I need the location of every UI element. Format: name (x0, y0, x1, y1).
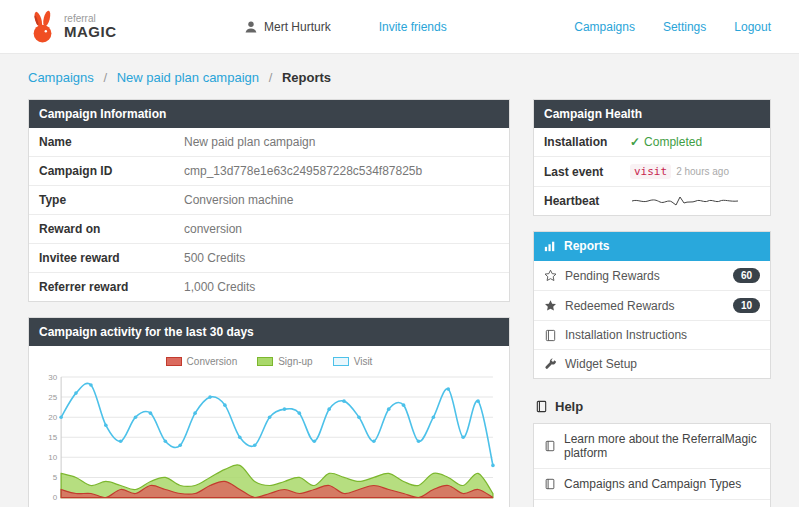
info-value: 1,000 Credits (184, 280, 255, 294)
svg-text:20: 20 (48, 413, 57, 422)
nav-settings[interactable]: Settings (663, 20, 706, 34)
health-label: Last event (544, 165, 630, 179)
heartbeat-sparkline (630, 194, 748, 208)
help-item-label: Campaigns and Campaign Types (564, 477, 741, 491)
info-value: 500 Credits (184, 251, 245, 265)
activity-chart: 051015202530 (37, 371, 501, 507)
menu-item-label: Widget Setup (565, 357, 637, 371)
info-label: Reward on (39, 222, 184, 236)
help-title-label: Help (555, 399, 583, 414)
legend-item: Sign-up (257, 356, 312, 367)
pending-rewards-badge: 60 (733, 268, 760, 283)
info-label: Name (39, 135, 184, 149)
info-label: Type (39, 193, 184, 207)
star-icon (544, 299, 557, 312)
menu-item-label: Reports (564, 239, 609, 253)
help-book-icon (535, 400, 548, 413)
svg-text:0: 0 (53, 493, 58, 502)
help-item-api[interactable]: ReferralMagic API (534, 500, 770, 507)
user-menu[interactable]: Mert Hurturk (244, 20, 331, 34)
bar-chart-icon (544, 240, 556, 252)
svg-text:15: 15 (48, 433, 57, 442)
reports-menu: Reports Pending Rewards 60 Redeem (533, 231, 771, 379)
health-row-installation: Installation ✓ Completed (534, 128, 770, 157)
info-label: Invitee reward (39, 251, 184, 265)
activity-chart-area: ConversionSign-upVisit 051015202530 (29, 346, 509, 507)
breadcrumb: Campaigns / New paid plan campaign / Rep… (0, 54, 799, 99)
info-label: Referrer reward (39, 280, 184, 294)
nav-campaigns[interactable]: Campaigns (574, 20, 635, 34)
user-icon (244, 20, 258, 34)
user-name: Mert Hurturk (264, 20, 331, 34)
last-event-time: 2 hours ago (676, 166, 729, 177)
info-value: New paid plan campaign (184, 135, 315, 149)
svg-text:10: 10 (48, 453, 57, 462)
wrench-icon (544, 358, 557, 371)
star-outline-icon (544, 269, 557, 282)
activity-panel: Campaign activity for the last 30 days C… (28, 317, 510, 507)
top-header: referral MAGIC Mert Hurturk Invite frien… (0, 0, 799, 54)
help-item-label: Learn more about the ReferralMagic platf… (564, 432, 760, 460)
help-section-title: Help (533, 397, 771, 423)
legend-item: Visit (333, 356, 373, 367)
menu-item-installation-instructions[interactable]: Installation Instructions (534, 321, 770, 350)
info-row-referrer-reward: Referrer reward 1,000 Credits (29, 273, 509, 301)
campaign-health-title: Campaign Health (534, 100, 770, 128)
breadcrumb-separator: / (103, 70, 107, 85)
campaign-info-panel: Campaign Information Name New paid plan … (28, 99, 510, 302)
svg-text:30: 30 (48, 373, 57, 382)
menu-item-label: Redeemed Rewards (565, 299, 674, 313)
breadcrumb-current-page: Reports (282, 70, 331, 85)
legend-swatch (166, 357, 182, 366)
right-column: Campaign Health Installation ✓ Completed… (533, 99, 771, 507)
activity-panel-title: Campaign activity for the last 30 days (29, 318, 509, 346)
help-item-platform[interactable]: Learn more about the ReferralMagic platf… (534, 424, 770, 469)
check-icon: ✓ (630, 135, 640, 149)
svg-text:25: 25 (48, 393, 57, 402)
legend-item: Conversion (166, 356, 238, 367)
help-list: Learn more about the ReferralMagic platf… (533, 423, 771, 507)
nav-logout[interactable]: Logout (734, 20, 771, 34)
breadcrumb-separator: / (269, 70, 273, 85)
menu-item-redeemed-rewards[interactable]: Redeemed Rewards 10 (534, 291, 770, 321)
info-row-invitee-reward: Invitee reward 500 Credits (29, 244, 509, 273)
chart-legend: ConversionSign-upVisit (37, 348, 501, 371)
menu-item-reports[interactable]: Reports (534, 232, 770, 261)
info-value: cmp_13d778e1e63c249587228c534f87825b (184, 164, 422, 178)
book-icon (544, 440, 556, 452)
app-logo[interactable]: referral MAGIC (28, 9, 117, 45)
book-icon (544, 478, 556, 490)
redeemed-rewards-badge: 10 (733, 298, 760, 313)
last-event-value: visit (630, 164, 671, 179)
info-row-type: Type Conversion machine (29, 186, 509, 215)
health-row-last-event: Last event visit 2 hours ago (534, 157, 770, 187)
legend-swatch (333, 357, 349, 366)
menu-item-label: Pending Rewards (565, 269, 660, 283)
invite-friends-link[interactable]: Invite friends (379, 20, 447, 34)
legend-swatch (257, 357, 273, 366)
menu-item-label: Installation Instructions (565, 328, 687, 342)
menu-item-pending-rewards[interactable]: Pending Rewards 60 (534, 261, 770, 291)
rabbit-logo-icon (28, 9, 58, 45)
health-label: Installation (544, 135, 630, 149)
breadcrumb-campaign-link[interactable]: New paid plan campaign (117, 70, 259, 85)
book-icon (544, 329, 557, 342)
health-label: Heartbeat (544, 194, 630, 208)
breadcrumb-campaigns-link[interactable]: Campaigns (28, 70, 94, 85)
logo-text: referral MAGIC (64, 14, 117, 39)
campaign-info-title: Campaign Information (29, 100, 509, 128)
info-row-campaign-id: Campaign ID cmp_13d778e1e63c249587228c53… (29, 157, 509, 186)
logo-text-bottom: MAGIC (64, 24, 117, 39)
top-nav: Campaigns Settings Logout (574, 20, 771, 34)
info-value: conversion (184, 222, 242, 236)
main-content: Campaign Information Name New paid plan … (0, 99, 799, 507)
health-row-heartbeat: Heartbeat (534, 187, 770, 215)
left-column: Campaign Information Name New paid plan … (28, 99, 510, 507)
help-item-campaign-types[interactable]: Campaigns and Campaign Types (534, 469, 770, 500)
info-row-reward-on: Reward on conversion (29, 215, 509, 244)
campaign-health-panel: Campaign Health Installation ✓ Completed… (533, 99, 771, 216)
info-value: Conversion machine (184, 193, 293, 207)
menu-item-widget-setup[interactable]: Widget Setup (534, 350, 770, 378)
info-row-name: Name New paid plan campaign (29, 128, 509, 157)
installation-status: Completed (644, 135, 702, 149)
